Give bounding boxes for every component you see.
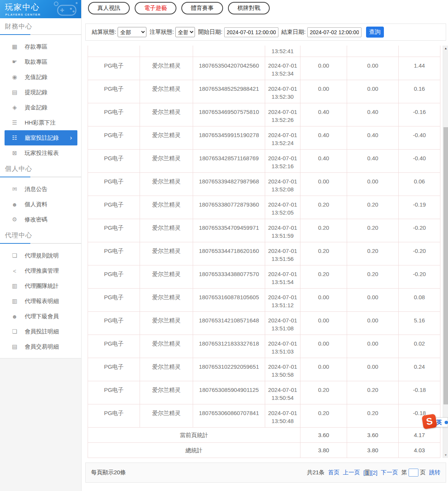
translate-widget-logo-icon[interactable]: S — [421, 414, 437, 429]
bet-records-table: 13:52:41PG电子爱尔兰精灵18076535042070425602024… — [88, 46, 440, 458]
cell-bet-amount: 0.20 — [300, 219, 347, 242]
cell-datetime: 2024-07-0113:50:48 — [265, 404, 300, 427]
sidebar-item-label: 提現記錄 — [25, 89, 47, 96]
cell-win-loss: -0.20 — [399, 265, 440, 288]
table-row: PG电子爱尔兰精灵18076533343880775702024-07-0113… — [88, 265, 440, 288]
search-button[interactable]: 查詢 — [366, 27, 384, 38]
tab-真人視訊[interactable]: 真人視訊 — [88, 2, 130, 14]
cell-win-loss: 5.16 — [399, 311, 440, 335]
scrollbar-thumb[interactable] — [443, 127, 448, 404]
cell-order-no: 1807653085904901125 — [193, 381, 265, 404]
cell-game: 爱尔兰精灵 — [140, 288, 193, 311]
summary-win-loss: 4.17 — [399, 427, 440, 442]
scrollbar-down-arrow[interactable]: ▼ — [443, 452, 448, 458]
summary-label: 當前頁統計 — [88, 427, 300, 442]
sidebar-item-member-transaction-detail[interactable]: ▤會員交易明細 — [0, 339, 81, 354]
cell-datetime: 2024-07-0113:51:56 — [265, 242, 300, 265]
prev-page-link[interactable]: 上一页 — [343, 469, 360, 476]
brand-header: 玩家中心 PLAYERS CENTER — [0, 0, 81, 18]
cell-empty — [399, 46, 440, 57]
cell-game: 爱尔兰精灵 — [140, 335, 193, 358]
tab-電子遊藝[interactable]: 電子遊藝 — [135, 2, 176, 14]
sidebar-item-funds-record[interactable]: ◈資金記錄 — [0, 100, 81, 115]
table-row: PG电子爱尔兰精灵18076534695075758102024-07-0113… — [88, 103, 440, 126]
total-count-text: 共21条 — [307, 469, 325, 476]
page-jump-button[interactable]: 跳转 — [429, 469, 440, 476]
sidebar-item-recharge-bag[interactable]: ◉充值記錄 — [0, 69, 81, 85]
end-date-label: 結束日期: — [281, 28, 306, 36]
bell-announcement-icon: ✉ — [11, 186, 18, 193]
sidebar-item-deposit-card[interactable]: ▦存款專區 — [0, 39, 81, 54]
cell-valid-bet: 0.20 — [347, 265, 399, 288]
sidebar-item-agent-team-stats[interactable]: ▥代理團隊統計 — [0, 278, 81, 294]
cell-bet-amount: 0.00 — [300, 57, 347, 80]
cell-bet-amount: 0.00 — [300, 335, 347, 358]
cell-game: 爱尔兰精灵 — [140, 242, 193, 265]
translate-option-dot[interactable] — [445, 421, 448, 424]
table-row: PG电子爱尔兰精灵18076530608607078412024-07-0113… — [88, 404, 440, 427]
translate-language-label[interactable]: 英 — [436, 419, 442, 426]
cell-bet-amount: 0.00 — [300, 172, 347, 196]
agent-members-icon: ☻ — [11, 313, 18, 320]
table-scrollbar[interactable]: ▲ ▼ — [443, 46, 448, 458]
tab-體育賽事[interactable]: 體育賽事 — [181, 2, 223, 14]
table-row: PG电子爱尔兰精灵18076533447186201602024-07-0113… — [88, 242, 440, 265]
cell-order-no: 1807653102292059651 — [193, 358, 265, 381]
member-bet-detail-icon: ❏ — [11, 328, 18, 335]
cell-win-loss: 0.16 — [399, 80, 440, 103]
cell-valid-bet: 0.00 — [347, 288, 399, 311]
sidebar-item-label: 代理推廣管理 — [25, 267, 59, 275]
summary-valid-bet: 3.80 — [347, 442, 399, 458]
end-date-input[interactable] — [307, 27, 362, 37]
sidebar-item-label: 代理下級會員 — [25, 313, 59, 320]
next-page-link[interactable]: 下一页 — [381, 469, 398, 476]
sidebar-item-bell-announcement[interactable]: ✉消息公告 — [0, 182, 81, 197]
table-row: PG电子爱尔兰精灵18076533547094599712024-07-0113… — [88, 219, 440, 242]
order-status-select[interactable]: 全部 — [175, 27, 195, 37]
sidebar-item-lottery-bet[interactable]: ☰HH彩票下注 — [0, 115, 81, 130]
sidebar-item-member-bet-detail[interactable]: ❏會員投註明細 — [0, 324, 81, 339]
sidebar-item-agent-report-detail[interactable]: ▥代理報表明細 — [0, 294, 81, 309]
sidebar-item-room-bet-records[interactable]: ☷廳室投註記錄› — [5, 130, 77, 145]
cell-valid-bet: 0.00 — [347, 80, 399, 103]
pager: 共21条 首页 上一页 [1][2] 下一页 第 页 跳转 — [303, 469, 440, 477]
cell-datetime: 2024-07-0113:50:58 — [265, 358, 300, 381]
sidebar-item-label: 存款專區 — [25, 43, 47, 51]
pagination-bar: 每頁顯示20條 共21条 首页 上一页 [1][2] 下一页 第 页 跳转 — [85, 463, 446, 483]
sidebar-item-label: 消息公告 — [25, 186, 47, 193]
first-page-link[interactable]: 首页 — [328, 469, 340, 476]
cell-bet-amount: 0.00 — [300, 311, 347, 335]
sidebar-item-agent-share[interactable]: <代理推廣管理 — [0, 263, 81, 278]
cell-empty — [140, 46, 193, 57]
start-date-input[interactable] — [224, 27, 278, 37]
settle-status-select[interactable]: 全部 — [118, 27, 146, 37]
page-link-2[interactable]: [2] — [371, 469, 377, 476]
sidebar-section-title: 代理中心 — [0, 227, 81, 240]
sidebar-item-label: 充值記錄 — [25, 74, 47, 81]
sidebar-item-agent-rules[interactable]: ❏代理規則說明 — [0, 248, 81, 263]
cell-valid-bet: 0.00 — [347, 172, 399, 196]
sidebar-item-cash-out[interactable]: ▤提現記錄 — [0, 85, 81, 100]
tab-棋牌對戰[interactable]: 棋牌對戰 — [228, 2, 270, 14]
sidebar-item-label: 代理報表明細 — [25, 298, 59, 305]
cell-valid-bet: 0.00 — [347, 57, 399, 80]
sidebar-item-label: 會員交易明細 — [25, 343, 59, 350]
cell-game: 爱尔兰精灵 — [140, 103, 193, 126]
page-jump-input[interactable] — [409, 469, 418, 477]
table-row: PG电子爱尔兰精灵18076534852529884212024-07-0113… — [88, 80, 440, 103]
cell-bet-amount: 0.40 — [300, 126, 347, 149]
page-link-1[interactable]: [1] — [363, 469, 371, 476]
cell-datetime: 2024-07-0113:52:08 — [265, 172, 300, 196]
scrollbar-up-arrow[interactable]: ▲ — [443, 46, 448, 51]
sidebar-item-withdraw-hand[interactable]: ☛取款專區 — [0, 54, 81, 69]
sidebar-item-agent-members[interactable]: ☻代理下級會員 — [0, 309, 81, 324]
sidebar-item-gear-password[interactable]: ⚙修改密碼 — [0, 212, 81, 227]
cell-game: 爱尔兰精灵 — [140, 57, 193, 80]
sidebar-item-player-bet-report[interactable]: ⊠玩家投注報表 — [0, 145, 81, 161]
sidebar-item-user-profile[interactable]: ☻個人資料 — [0, 197, 81, 212]
cell-game: 爱尔兰精灵 — [140, 219, 193, 242]
cell-bet-amount: 0.40 — [300, 103, 347, 126]
cell-order-no: 1807653469507575810 — [193, 103, 265, 126]
cell-bet-amount: 0.00 — [300, 288, 347, 311]
cell-win-loss: 0.06 — [399, 172, 440, 196]
